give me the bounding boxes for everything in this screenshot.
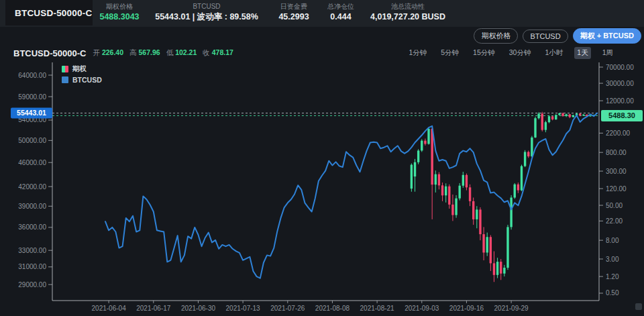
legend-item-btcusd[interactable]: BTCUSD xyxy=(62,76,102,84)
svg-text:2021-09-29: 2021-09-29 xyxy=(494,305,529,312)
svg-text:36000.00: 36000.00 xyxy=(18,223,46,231)
svg-text:2021-06-04: 2021-06-04 xyxy=(92,305,127,312)
svg-text:33000.00: 33000.00 xyxy=(18,247,46,254)
svg-text:2021-09-03: 2021-09-03 xyxy=(405,305,439,312)
svg-text:64000.00: 64000.00 xyxy=(18,72,46,79)
candlestick-series-icon xyxy=(62,66,68,72)
svg-text:12000.00: 12000.00 xyxy=(606,97,634,105)
svg-text:59000.00: 59000.00 xyxy=(18,93,46,101)
legend-label: 期权 xyxy=(72,64,87,74)
svg-text:70000.00: 70000.00 xyxy=(606,64,634,71)
legend-item-option[interactable]: 期权 xyxy=(62,64,102,74)
svg-text:2021-07-13: 2021-07-13 xyxy=(226,305,261,312)
svg-text:29000.00: 29000.00 xyxy=(18,281,46,288)
svg-text:2021-06-30: 2021-06-30 xyxy=(181,305,216,312)
price-chart-canvas[interactable]: 64000.0059000.0054000.0050000.0046000.00… xyxy=(0,0,644,316)
legend-label: BTCUSD xyxy=(72,76,102,84)
svg-text:1.20: 1.20 xyxy=(606,273,619,280)
svg-text:42000.00: 42000.00 xyxy=(18,183,46,191)
svg-text:46000.00: 46000.00 xyxy=(18,159,46,166)
svg-text:2021-08-21: 2021-08-21 xyxy=(360,305,395,312)
svg-text:39000.00: 39000.00 xyxy=(18,203,46,210)
svg-text:2021-07-26: 2021-07-26 xyxy=(270,305,305,312)
svg-text:50.00: 50.00 xyxy=(606,202,623,209)
svg-text:120.00: 120.00 xyxy=(606,185,627,193)
svg-text:0.50: 0.50 xyxy=(606,289,619,297)
svg-text:2021-06-17: 2021-06-17 xyxy=(136,305,171,312)
svg-text:31000.00: 31000.00 xyxy=(18,263,46,270)
svg-text:800.00: 800.00 xyxy=(606,149,627,156)
svg-text:5488.30: 5488.30 xyxy=(608,111,635,119)
line-series-icon xyxy=(62,76,68,83)
svg-text:2200.00: 2200.00 xyxy=(606,129,631,137)
chart-legend: 期权 BTCUSD xyxy=(62,64,102,84)
svg-text:30000.00: 30000.00 xyxy=(606,80,634,87)
svg-text:50000.00: 50000.00 xyxy=(18,137,46,144)
options-trading-app: { "header": { "symbol": "BTCUSD-50000-C"… xyxy=(0,0,644,316)
svg-text:2021-09-16: 2021-09-16 xyxy=(449,305,484,312)
svg-text:2021-08-08: 2021-08-08 xyxy=(315,305,350,312)
svg-text:22.00: 22.00 xyxy=(606,217,623,225)
svg-text:55443.01: 55443.01 xyxy=(17,109,46,117)
svg-text:300.00: 300.00 xyxy=(606,168,627,175)
svg-text:3.00: 3.00 xyxy=(606,256,619,263)
svg-text:8.00: 8.00 xyxy=(606,237,619,244)
